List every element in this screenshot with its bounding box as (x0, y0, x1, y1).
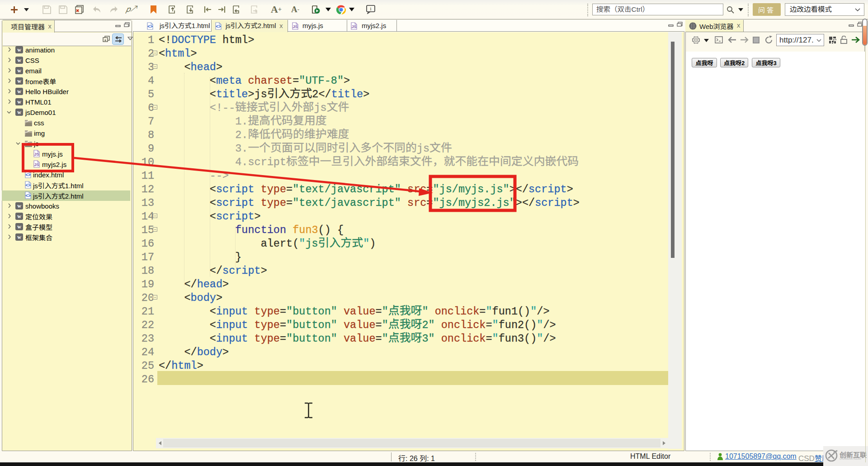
svg-text:JS: JS (34, 152, 39, 157)
svg-text:i: i (370, 6, 371, 11)
svg-text:JS: JS (292, 24, 297, 29)
svg-text:<>: <> (147, 24, 153, 29)
svg-text:<>: <> (25, 172, 31, 177)
svg-text:JS: JS (351, 24, 356, 29)
svg-text:<>: <> (25, 193, 31, 198)
svg-text:<>: <> (25, 183, 31, 188)
svg-text:JS: JS (34, 162, 39, 167)
svg-text:<>: <> (216, 24, 221, 29)
